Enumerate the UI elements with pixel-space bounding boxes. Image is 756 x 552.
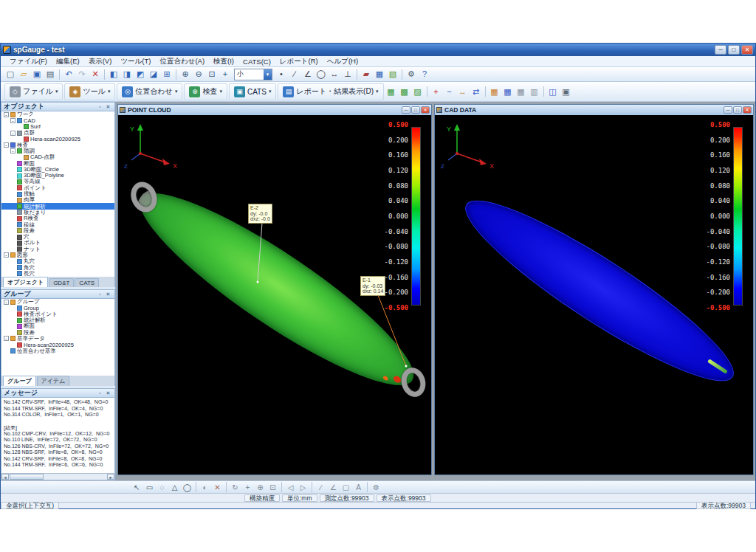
draw-line-icon[interactable]: ∕ [315, 482, 327, 493]
menu-item[interactable]: ツール(T) [116, 57, 155, 66]
view-settings-icon[interactable]: ⚙ [370, 482, 382, 493]
add-points-icon[interactable]: + [430, 86, 443, 98]
viewport-point-cloud[interactable]: POINT CLOUD ─ □ ✕ Y X [117, 104, 432, 475]
tree-item[interactable]: - CAD [1, 117, 114, 123]
maximize-button[interactable]: □ [411, 106, 420, 114]
close-button[interactable]: ✕ [421, 106, 430, 114]
tree-expander[interactable]: - [4, 142, 9, 148]
zoom-in-icon[interactable]: ⊕ [179, 68, 192, 80]
grid-icon[interactable]: ▦ [373, 68, 386, 80]
horizontal-scrollbar[interactable]: ◂ ▸ [1, 473, 115, 480]
zoom-view-icon[interactable]: ⊕ [254, 482, 267, 493]
pin-icon[interactable]: ▫ [96, 390, 104, 396]
title-bar[interactable]: spGauge - test ─ □ ✕ [1, 44, 755, 56]
tree-item[interactable]: 断面 [1, 160, 114, 166]
pan-view-icon[interactable]: + [241, 482, 254, 493]
show-cad-icon[interactable]: ▨ [411, 86, 425, 98]
viewport-title-bar[interactable]: CAD DATA ─ □ ✕ [435, 105, 753, 115]
maximize-button[interactable]: □ [728, 45, 740, 55]
zoom-out-icon[interactable]: ⊖ [192, 68, 205, 80]
colormap-icon[interactable]: ▦ [488, 86, 501, 98]
tree-item[interactable]: 接触 [1, 191, 114, 197]
tree-item[interactable]: 穴 [1, 234, 114, 240]
open-folder-icon[interactable]: ▱ [17, 68, 30, 80]
menu-item[interactable]: ヘルプ(H) [323, 57, 362, 66]
comment-icon[interactable]: ▢ [340, 482, 352, 493]
menu-item[interactable]: ファイル(F) [5, 57, 52, 66]
fit-view-icon[interactable]: ⊡ [267, 482, 279, 493]
tree-item[interactable]: 稜線 [1, 221, 114, 227]
remove-points-icon[interactable]: − [443, 86, 456, 98]
alignment-menu-button[interactable]: ◎ 位置合わせ ▾ [117, 83, 182, 100]
tree-item[interactable]: 肉厚 [1, 197, 114, 203]
panel-tab[interactable]: CATS [75, 278, 99, 287]
measure-normal-icon[interactable]: ⊥ [341, 68, 354, 80]
object-panel-header[interactable]: オブジェクト ▫ ✕ [1, 102, 115, 111]
sync-views-icon[interactable]: ⇄ [470, 86, 483, 98]
tree-item[interactable]: 丸穴 [1, 258, 114, 264]
viewport-canvas[interactable]: Y X Z [118, 115, 431, 475]
scroll-left-button[interactable]: ◂ [1, 474, 9, 480]
swap-view-icon[interactable]: ↔ [456, 86, 470, 98]
menu-item[interactable]: 編集(E) [52, 57, 84, 66]
tree-item[interactable]: 段差 [1, 228, 114, 234]
show-polygon-icon[interactable]: ▩ [398, 86, 411, 98]
section-icon[interactable]: ▰ [360, 68, 373, 80]
scrollbar-track[interactable] [9, 474, 107, 480]
minimize-button[interactable]: ─ [724, 106, 732, 114]
measurement-label[interactable]: E-1 dy: -0.03 dxz: 0.14 [360, 276, 385, 296]
capture-icon[interactable]: ▣ [560, 86, 573, 98]
tree-expander[interactable]: - [4, 300, 9, 305]
inspection-menu-button[interactable]: ⊕ 検査 ▾ [184, 83, 227, 100]
menu-item[interactable]: 検査(I) [209, 57, 238, 66]
tree-item[interactable]: 角穴 [1, 264, 114, 270]
undo-icon[interactable]: ↶ [62, 68, 75, 80]
close-icon[interactable]: ✕ [104, 390, 112, 396]
tree-item[interactable]: Hera-scan20200925 [1, 342, 114, 348]
menu-item[interactable]: CATS(C) [238, 58, 275, 66]
settings-gear-icon[interactable]: ⚙ [405, 68, 418, 80]
tree-item[interactable]: 長穴 [1, 271, 114, 277]
clear-selection-icon[interactable]: ✕ [211, 482, 224, 493]
menu-item[interactable]: 表示(V) [84, 57, 117, 66]
menu-item[interactable]: 位置合わせ(A) [155, 57, 209, 66]
tree-item[interactable]: 3D断面_Circle [1, 167, 114, 173]
cad-model[interactable] [450, 179, 749, 404]
tree-item[interactable]: Surf [1, 124, 114, 130]
help-icon[interactable]: ? [418, 68, 431, 80]
viewport-cad-data[interactable]: CAD DATA ─ □ ✕ Y X [434, 104, 754, 475]
tree-item[interactable]: ナット [1, 246, 114, 252]
zoom-fit-icon[interactable]: ⊞ [160, 68, 173, 80]
layers-icon[interactable]: ▧ [386, 68, 399, 80]
tile-windows-icon[interactable]: ◫ [546, 86, 560, 98]
menu-item[interactable]: レポート(R) [275, 57, 323, 66]
tree-item[interactable]: 検査ポイント [1, 311, 114, 317]
maximize-button[interactable]: □ [733, 106, 742, 114]
tree-expander[interactable]: - [10, 131, 16, 136]
pan-icon[interactable]: + [219, 68, 232, 80]
compare-icon[interactable]: ▦ [501, 86, 515, 98]
tree-item[interactable]: CAD-点群 [1, 154, 114, 160]
tree-item[interactable]: 統計解析 [1, 203, 114, 209]
minimize-button[interactable]: ─ [715, 45, 726, 55]
panel-tab[interactable]: GD&T [49, 278, 74, 287]
show-point-cloud-icon[interactable]: ▦ [385, 86, 398, 98]
invert-selection-icon[interactable]: ◐ [199, 482, 211, 493]
panel-tab[interactable]: アイテム [37, 376, 70, 386]
close-button[interactable]: ✕ [741, 45, 753, 55]
select-lasso-icon[interactable]: ◌ [156, 482, 168, 493]
close-button[interactable]: ✕ [743, 106, 752, 114]
tree-item[interactable]: - 検査 [1, 142, 114, 148]
view-front-icon[interactable]: ◩ [134, 68, 147, 80]
draw-angle-icon[interactable]: ∠ [327, 482, 340, 493]
tree-item[interactable]: - 階調 [1, 148, 114, 154]
tree-item[interactable]: - 点群 [1, 130, 114, 136]
tools-menu-button[interactable]: ◈ ツール ▾ [64, 83, 115, 100]
panel-tab[interactable]: グループ [3, 376, 36, 386]
close-icon[interactable]: ✕ [104, 291, 112, 297]
file-menu-button[interactable]: ◇ ファイル ▾ [4, 83, 63, 100]
cats-menu-button[interactable]: ▣ CATS ▾ [229, 83, 276, 100]
tree-item[interactable]: 断面 [1, 323, 114, 329]
tree-expander[interactable]: - [10, 118, 16, 123]
pin-icon[interactable]: ▫ [96, 104, 104, 109]
